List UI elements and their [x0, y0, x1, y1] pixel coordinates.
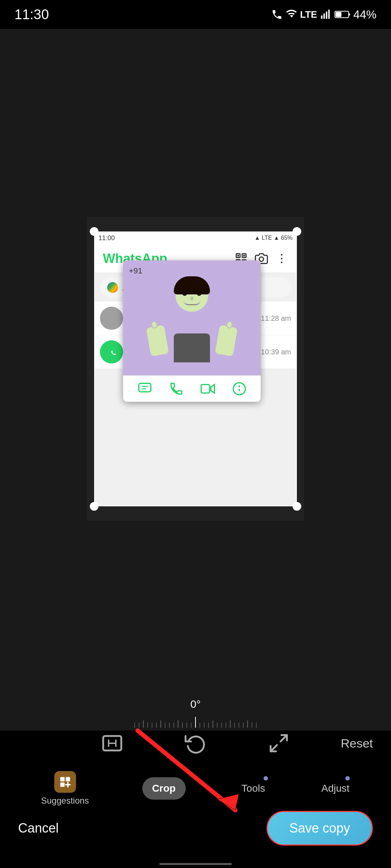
contact-popup: +91	[123, 260, 261, 402]
expand-icon	[268, 732, 290, 754]
crop-tab-icon-wrap: Crop	[142, 777, 186, 800]
person-avatar-svg	[102, 309, 121, 327]
screenshot-preview: 11:00 ▲ LTE ▲ 65% WhatsApp	[94, 231, 297, 506]
svg-rect-3	[328, 10, 330, 19]
save-copy-button[interactable]: Save copy	[266, 811, 373, 846]
suggestions-tab-label: Suggestions	[41, 796, 89, 806]
contact-action-buttons	[123, 375, 261, 402]
video-icon	[201, 382, 215, 396]
phone-signal-icon	[271, 9, 283, 20]
svg-line-29	[281, 735, 287, 742]
svg-rect-0	[321, 16, 323, 19]
cancel-button[interactable]: Cancel	[18, 821, 59, 836]
tab-crop[interactable]: Crop	[142, 777, 186, 800]
status-bar: 11:30 LTE 44%	[0, 0, 391, 29]
rotation-area: 0°	[0, 687, 391, 731]
chat-time-1: 11:28 am	[261, 314, 291, 323]
home-bar	[159, 863, 232, 865]
svg-point-16	[281, 261, 283, 263]
adjust-tab-icon-wrap: Adjust	[321, 778, 350, 799]
more-icon	[275, 252, 288, 265]
aspect-ratio-icon	[101, 732, 123, 754]
contact-action-call	[169, 382, 184, 396]
message-icon	[138, 382, 152, 396]
svg-point-13	[259, 257, 264, 261]
chat-avatar-2	[100, 340, 123, 363]
contact-action-message	[138, 382, 152, 396]
svg-rect-2	[326, 12, 327, 19]
inner-status-bar: 11:00 ▲ LTE ▲ 65%	[94, 231, 297, 244]
suggestions-tab-icon-wrap	[51, 771, 80, 793]
crop-tab-label: Crop	[152, 783, 176, 794]
suggestions-icon	[59, 775, 72, 788]
svg-line-30	[271, 745, 277, 752]
rotate-icon	[185, 732, 206, 754]
adjust-tab-label: Adjust	[321, 783, 350, 794]
rotation-ruler	[134, 713, 257, 728]
suggestions-icon-bg	[54, 771, 76, 793]
svg-rect-5	[349, 13, 350, 16]
svg-rect-31	[60, 777, 64, 782]
tab-adjust[interactable]: Adjust	[321, 778, 350, 799]
svg-rect-23	[201, 384, 209, 393]
signal-icon	[320, 9, 332, 20]
crop-handle-top-left[interactable]	[90, 227, 98, 236]
tab-tools[interactable]: Tools	[239, 778, 268, 799]
battery-icon	[335, 10, 350, 19]
info-icon	[232, 382, 247, 396]
wa-logo-svg	[103, 343, 120, 361]
battery-percentage: 44%	[353, 8, 377, 21]
tab-suggestions[interactable]: Suggestions	[41, 771, 89, 806]
crop-handle-bottom-right[interactable]	[293, 502, 301, 511]
crop-toolbar: Reset	[0, 727, 391, 760]
meta-ai-icon	[107, 282, 118, 293]
whatsapp-screen: 11:00 ▲ LTE ▲ 65% WhatsApp	[94, 231, 297, 506]
contact-popup-header: +91	[123, 260, 261, 375]
status-icons: LTE 44%	[271, 8, 377, 21]
chat-time-2: 10:39 am	[261, 348, 291, 356]
lte-label: LTE	[300, 9, 317, 20]
call-icon	[169, 382, 184, 396]
svg-rect-6	[336, 12, 341, 17]
svg-rect-11	[243, 255, 245, 257]
avatar-3d-figure	[141, 276, 243, 370]
aspect-ratio-tool[interactable]	[100, 731, 125, 756]
rotation-degree: 0°	[190, 698, 201, 710]
tools-tab-icon-wrap: Tools	[239, 778, 268, 799]
contact-action-info	[232, 382, 247, 396]
svg-rect-10	[237, 255, 239, 257]
svg-point-17	[107, 311, 116, 320]
editor-area: 11:00 ▲ LTE ▲ 65% WhatsApp	[0, 29, 391, 731]
crop-handle-bottom-left[interactable]	[90, 502, 98, 511]
reset-button[interactable]: Reset	[341, 736, 373, 750]
action-bar: Cancel Save copy	[0, 810, 391, 846]
tools-tab-label: Tools	[241, 783, 265, 794]
chat-avatar-1	[100, 307, 123, 330]
status-time: 11:30	[14, 7, 49, 22]
wifi-icon	[286, 9, 297, 20]
tools-dot	[264, 776, 268, 780]
contact-action-video	[201, 382, 215, 396]
svg-rect-20	[139, 383, 151, 392]
svg-marker-24	[211, 384, 214, 393]
svg-point-14	[281, 254, 283, 256]
rotate-tool[interactable]	[183, 731, 208, 756]
bottom-tabs: Suggestions Crop Tools Adjust	[0, 767, 391, 810]
svg-point-15	[281, 258, 283, 260]
svg-rect-33	[60, 783, 64, 787]
contact-number: +91	[129, 266, 142, 276]
crop-handle-top-right[interactable]	[293, 227, 301, 236]
svg-point-18	[105, 321, 118, 327]
crop-container[interactable]: 11:00 ▲ LTE ▲ 65% WhatsApp	[94, 231, 297, 506]
svg-rect-32	[66, 777, 70, 782]
expand-tool[interactable]	[266, 731, 291, 756]
svg-rect-1	[323, 13, 325, 19]
